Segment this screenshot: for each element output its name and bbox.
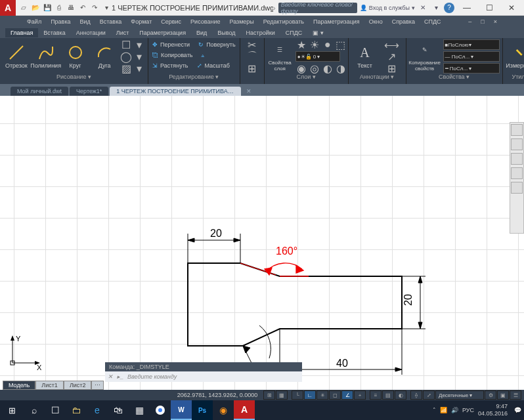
tab-settings[interactable]: Настройки <box>241 28 280 37</box>
panel-title-props[interactable]: Свойства ▾ <box>409 74 500 83</box>
clock[interactable]: 9:47 04.05.2016 <box>478 403 510 417</box>
sb-grid-icon[interactable]: ▦ <box>276 390 288 400</box>
layer-dropdown[interactable]: ●☀🔓 0 ▾ <box>295 51 340 62</box>
tab-home[interactable]: Главная <box>5 28 38 37</box>
tab-parametric[interactable]: Параметризация <box>134 28 191 37</box>
sb-dyn-icon[interactable]: + <box>354 390 366 400</box>
nav-home-icon[interactable] <box>511 124 523 136</box>
layer-icon[interactable]: ⬚ <box>335 39 347 50</box>
line-tool[interactable]: Отрезок <box>3 43 30 70</box>
redo-icon[interactable]: ↷ <box>89 3 100 13</box>
tray-lang[interactable]: РУС <box>462 407 474 413</box>
layer-tool-icon[interactable]: ◉ <box>295 63 307 74</box>
qat-more-icon[interactable]: ▾ <box>101 3 112 13</box>
dim-linear-icon[interactable]: ⟷ <box>381 39 403 50</box>
doc-tab[interactable]: Мой личный.dwt <box>11 87 68 96</box>
doc-max-icon[interactable]: □ <box>477 17 487 26</box>
polyline-tool[interactable]: Полилиния <box>32 43 60 70</box>
tray-up-icon[interactable]: ˄ <box>433 407 436 413</box>
panel-title-layers[interactable]: Слои ▾ <box>267 74 345 83</box>
stretch-tool[interactable]: ⇲Растянуть ⤢Масштаб <box>151 60 237 71</box>
nav-pan-icon[interactable] <box>511 153 523 165</box>
circle-tool[interactable]: Круг <box>62 43 89 70</box>
tab-insert[interactable]: Вставка <box>38 28 70 37</box>
nav-orbit-icon[interactable] <box>511 182 523 194</box>
arc-tool[interactable]: Дуга <box>91 43 118 70</box>
drop-icon[interactable]: ▾ <box>133 63 145 74</box>
command-input[interactable]: ✕ ▸_ Введите команду <box>105 371 302 382</box>
close-icon[interactable]: ✕ <box>108 373 113 380</box>
tab-layout1[interactable]: Лист1 <box>35 381 64 390</box>
doc-tab[interactable]: Чертеж1* <box>70 87 108 96</box>
fillet-icon[interactable]: ⌒ <box>243 51 261 62</box>
doc-min-icon[interactable]: – <box>465 17 475 26</box>
sb-ortho-icon[interactable]: ∟ <box>304 390 316 400</box>
saveas-icon[interactable]: ⎙ <box>54 3 64 13</box>
linetype-dropdown[interactable]: — ПоСл... ▾ <box>443 51 500 62</box>
menu-draw[interactable]: Рисование <box>187 17 223 26</box>
word-icon[interactable]: W <box>171 400 192 420</box>
drawing-canvas[interactable]: 20 160° 20 <box>0 96 524 390</box>
help-dropdown-icon[interactable]: ▾ <box>431 3 441 13</box>
save-icon[interactable]: 💾 <box>42 3 53 13</box>
text-tool[interactable]: A Текст <box>351 43 379 70</box>
panel-title-annot[interactable]: Аннотации ▾ <box>351 74 403 83</box>
menu-insert[interactable]: Вставка <box>97 17 125 26</box>
tray-vol-icon[interactable]: 🔊 <box>451 407 458 413</box>
store-icon[interactable]: 🛍 <box>108 400 129 420</box>
menu-edit[interactable]: Правка <box>47 17 74 26</box>
layer-props-button[interactable]: ☰ Свойства слоя <box>267 40 293 73</box>
photoshop-icon[interactable]: Ps <box>192 400 213 420</box>
array-icon[interactable]: ⊞ <box>243 63 261 74</box>
minimize-button[interactable]: — <box>457 1 477 15</box>
color-dropdown[interactable]: ■ ПоСлою ▾ <box>443 39 500 50</box>
menu-parametric[interactable]: Параметризация <box>310 17 363 26</box>
sb-snap-icon[interactable]: └ <box>292 390 303 400</box>
close-button[interactable]: ✕ <box>502 1 521 15</box>
match-props-button[interactable]: ✎ Копирование свойств <box>409 40 441 73</box>
tab-output[interactable]: Вывод <box>212 28 240 37</box>
measure-tool[interactable]: 📏 Измерить <box>506 43 524 70</box>
chrome-icon[interactable] <box>150 400 171 420</box>
layer-icon[interactable]: ☀ <box>309 39 320 50</box>
lineweight-dropdown[interactable]: ━ ПоСл... ▾ <box>443 63 500 74</box>
maximize-button[interactable]: ☐ <box>479 1 499 15</box>
units-dropdown[interactable]: Десятичные ▾ <box>435 390 484 400</box>
leader-icon[interactable]: ↗ <box>381 51 403 62</box>
tab-model[interactable]: Модель <box>3 381 35 390</box>
layer-tool-icon[interactable]: ◑ <box>335 63 347 74</box>
panel-title-draw[interactable]: Рисование ▾ <box>3 74 145 83</box>
menu-tools[interactable]: Сервис <box>158 17 185 26</box>
doc-close-icon[interactable]: × <box>491 17 500 26</box>
sb-model-icon[interactable]: ⊞ <box>263 390 275 400</box>
app-icon[interactable]: ◉ <box>213 400 234 420</box>
sb-trans-icon[interactable]: ▤ <box>382 390 394 400</box>
explorer-icon[interactable]: 🗀 <box>66 400 87 420</box>
search-icon[interactable]: ⌕ <box>24 400 45 420</box>
nav-zoom-icon[interactable] <box>511 167 523 179</box>
menu-spds[interactable]: СПДС <box>421 17 445 26</box>
edge-icon[interactable]: e <box>87 400 108 420</box>
print-icon[interactable]: 🖶 <box>66 3 76 13</box>
command-line[interactable]: Команда: _DIMSTYLE ✕ ▸_ Введите команду <box>105 362 302 382</box>
layer-icon[interactable]: ● <box>322 39 334 50</box>
layer-tool-icon[interactable]: ◎ <box>309 63 320 74</box>
menu-format[interactable]: Формат <box>127 17 155 26</box>
tab-view[interactable]: Вид <box>191 28 212 37</box>
trim-icon[interactable]: ✂ <box>243 39 261 50</box>
drop-icon[interactable]: ▾ <box>133 39 145 50</box>
autocad-icon[interactable]: A <box>234 400 255 420</box>
tab-annotate[interactable]: Аннотации <box>71 28 111 37</box>
start-button[interactable]: ⊞ <box>0 400 24 420</box>
tab-layout2[interactable]: Лист2 <box>64 381 92 390</box>
menu-help[interactable]: Справка <box>389 17 418 26</box>
copy-tool[interactable]: ⿻Копировать ⟁ <box>151 50 237 60</box>
sb-otrack-icon[interactable]: ∠ <box>341 390 353 400</box>
drop-icon[interactable]: ▾ <box>133 51 145 62</box>
sb-max-icon[interactable]: ▣ <box>497 390 509 400</box>
sb-ws-icon[interactable]: ⚙ <box>485 390 496 400</box>
tab-spds[interactable]: СПДС <box>280 28 308 37</box>
tab-menu-icon[interactable]: ⋯ <box>91 381 104 390</box>
menu-view[interactable]: Вид <box>77 17 94 26</box>
table-icon[interactable]: ⊞ <box>381 63 403 74</box>
